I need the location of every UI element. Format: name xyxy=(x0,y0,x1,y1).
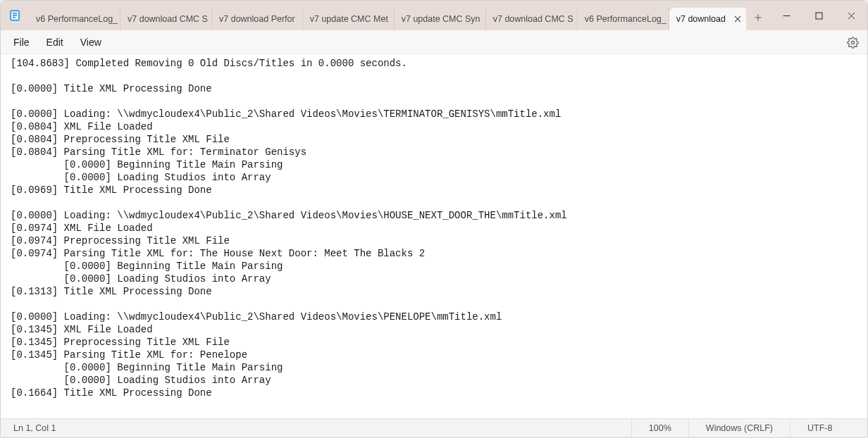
close-icon xyxy=(848,12,855,20)
app-icon xyxy=(1,1,29,30)
status-encoding[interactable]: UTF-8 xyxy=(790,419,867,437)
log-text[interactable]: [104.8683] Completed Removing 0 Old Disc… xyxy=(11,57,857,399)
status-bar: Ln 1, Col 1 100% Windows (CRLF) UTF-8 xyxy=(1,418,867,437)
svg-rect-9 xyxy=(816,13,822,19)
tab-label: v7 update CMC Met xyxy=(310,14,388,24)
tab[interactable]: v7 update CMC Syn xyxy=(395,8,486,30)
notepad-window: v6 PerformanceLog_v7 download CMC Sv7 do… xyxy=(0,0,868,438)
gear-icon xyxy=(847,37,859,49)
tab[interactable]: v6 PerformanceLog_ xyxy=(578,8,669,30)
status-zoom[interactable]: 100% xyxy=(631,419,688,437)
tab-close-button[interactable] xyxy=(730,11,745,27)
menu-view[interactable]: View xyxy=(72,33,110,51)
menu-bar: File Edit View xyxy=(1,30,867,54)
minimize-icon xyxy=(783,12,790,20)
window-controls xyxy=(770,1,867,30)
tab[interactable]: v7 update CMC Met xyxy=(303,8,395,30)
minimize-button[interactable] xyxy=(770,1,802,30)
tab-label: v6 PerformanceLog_ xyxy=(36,14,118,24)
plus-icon xyxy=(753,13,763,23)
tab-label: v7 download Perfor xyxy=(219,14,295,24)
close-window-button[interactable] xyxy=(835,1,867,30)
tab[interactable]: v7 download Perfor xyxy=(212,8,303,30)
text-area[interactable]: [104.8683] Completed Removing 0 Old Disc… xyxy=(1,54,867,418)
tab[interactable]: v7 download xyxy=(669,8,746,30)
close-icon xyxy=(734,15,741,23)
tab-label: v6 PerformanceLog_ xyxy=(585,14,666,24)
tab[interactable]: v6 PerformanceLog_ xyxy=(29,8,120,30)
tab-label: v7 download CMC S xyxy=(128,14,208,24)
title-bar: v6 PerformanceLog_v7 download CMC Sv7 do… xyxy=(1,1,867,30)
new-tab-button[interactable] xyxy=(746,5,770,30)
maximize-icon xyxy=(815,12,823,20)
tab[interactable]: v7 download CMC S xyxy=(120,8,212,30)
tab-label: v7 update CMC Syn xyxy=(402,14,480,24)
svg-point-12 xyxy=(851,41,854,44)
settings-button[interactable] xyxy=(843,33,862,51)
tab-label: v7 download CMC S xyxy=(493,14,574,24)
status-cursor: Ln 1, Col 1 xyxy=(1,423,631,433)
tab-label: v7 download xyxy=(676,14,726,24)
tab[interactable]: v7 download CMC S xyxy=(486,8,578,30)
menu-file[interactable]: File xyxy=(5,33,38,51)
tabs-row: v6 PerformanceLog_v7 download CMC Sv7 do… xyxy=(29,1,746,30)
status-eol[interactable]: Windows (CRLF) xyxy=(688,419,790,437)
maximize-button[interactable] xyxy=(802,1,835,30)
menu-edit[interactable]: Edit xyxy=(38,33,72,51)
